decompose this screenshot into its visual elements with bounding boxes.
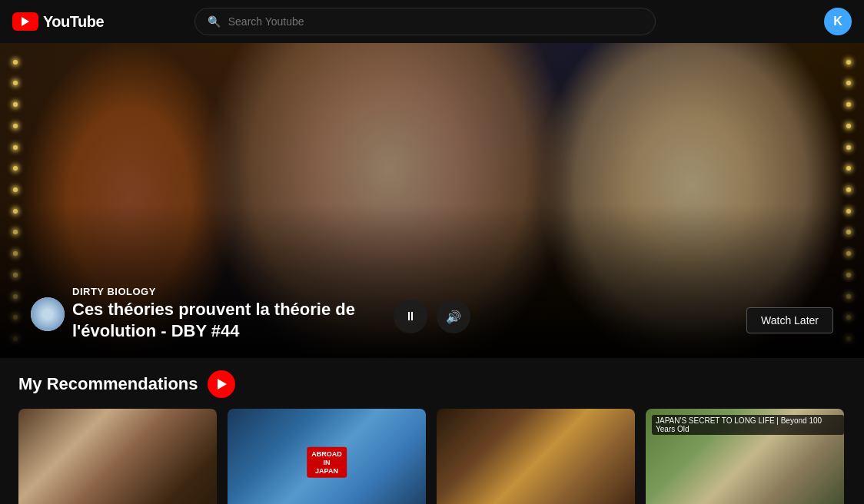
light-dot xyxy=(13,166,18,171)
hero-controls: ⏸ 🔊 xyxy=(394,300,470,333)
logo-text: YouTube xyxy=(43,13,104,31)
search-icon: 🔍 xyxy=(208,15,221,28)
light-dot xyxy=(846,60,851,65)
search-input[interactable] xyxy=(228,15,643,28)
only-in-japan-badge: JAPAN'S SECRET TO LONG LIFE | Beyond 100… xyxy=(652,415,844,435)
youtube-logo-icon xyxy=(12,12,38,31)
header: YouTube 🔍 K xyxy=(0,0,864,43)
light-dot xyxy=(846,166,851,171)
volume-button[interactable]: 🔊 xyxy=(437,300,470,333)
avatar[interactable]: K xyxy=(824,8,852,35)
pause-icon: ⏸ xyxy=(404,310,417,323)
light-dot xyxy=(13,102,18,107)
hero-channel: DIRTY BIOLOGY Ces théories prouvent la t… xyxy=(31,286,426,343)
light-dot xyxy=(13,124,18,128)
hero-meta: DIRTY BIOLOGY Ces théories prouvent la t… xyxy=(72,286,426,343)
hero-channel-avatar-inner xyxy=(31,297,65,331)
light-dot xyxy=(846,102,851,107)
pause-button[interactable]: ⏸ xyxy=(394,300,427,333)
video-card[interactable]: JAPAN'S SECRET TO LONG LIFE | Beyond 100… xyxy=(646,409,844,504)
video-card[interactable]: ABROADINJAPAN ABROAD IN JAPAN ABROAD IN … xyxy=(228,409,426,504)
play-all-button[interactable] xyxy=(208,370,235,398)
video-card[interactable]: SIMON AND MARTINA Saito: The Sushi God o… xyxy=(437,409,635,504)
video-thumbnail xyxy=(437,409,635,504)
search-container: 🔍 xyxy=(194,8,656,35)
hero-channel-name: DIRTY BIOLOGY xyxy=(72,286,426,297)
light-dot xyxy=(13,187,18,192)
header-right: K xyxy=(824,8,852,35)
light-dot xyxy=(13,145,18,150)
light-dot xyxy=(13,60,18,65)
video-thumbnail: JAPAN'S SECRET TO LONG LIFE | Beyond 100… xyxy=(646,409,844,504)
video-grid: DIRTY BIOLOGY Ces théories prouvent la t… xyxy=(18,409,846,504)
volume-icon: 🔊 xyxy=(446,310,461,324)
light-dot xyxy=(13,81,18,85)
hero-section: DIRTY BIOLOGY Ces théories prouvent la t… xyxy=(0,43,864,358)
light-dot xyxy=(846,145,851,150)
search-bar: 🔍 xyxy=(194,8,656,35)
watch-later-button[interactable]: Watch Later xyxy=(746,307,833,333)
hero-channel-avatar xyxy=(31,297,65,331)
video-thumbnail xyxy=(18,409,217,504)
hero-info: DIRTY BIOLOGY Ces théories prouvent la t… xyxy=(31,286,426,343)
light-dot xyxy=(846,81,851,85)
video-thumbnail: ABROADINJAPAN xyxy=(228,409,426,504)
video-card[interactable]: DIRTY BIOLOGY Ces théories prouvent la t… xyxy=(18,409,217,504)
section-title: My Recommendations xyxy=(18,374,198,394)
abroad-badge: ABROADINJAPAN xyxy=(307,447,347,478)
logo-area[interactable]: YouTube xyxy=(12,12,104,31)
hero-title: Ces théories prouvent la théorie de l'év… xyxy=(72,299,426,343)
recommendations-section: My Recommendations DIRTY BIOLOGY Ces thé… xyxy=(0,358,864,504)
light-dot xyxy=(846,187,851,192)
light-dot xyxy=(846,124,851,128)
section-header: My Recommendations xyxy=(18,370,846,398)
